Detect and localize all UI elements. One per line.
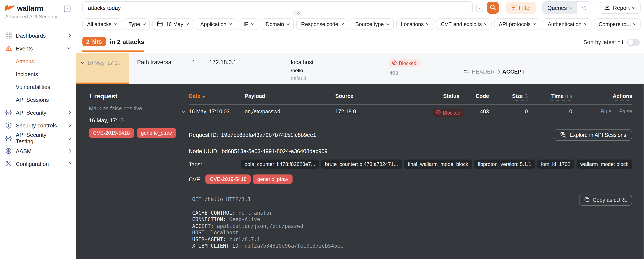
http-header-line: ACCEPT: application/json,/etc/passwd [192, 223, 632, 230]
chevron-down-icon [533, 22, 536, 25]
sidebar: wallarm Advanced API Security Dashboards [0, 0, 76, 263]
filter-chip-response-code[interactable]: Response code [296, 18, 348, 30]
hits-suffix: in 2 attacks [110, 38, 144, 45]
explore-button-label: Explore in API Sessions [570, 132, 626, 138]
chevron-down-icon [186, 22, 189, 25]
attack-source-ip[interactable]: 172.18.0.1 [209, 53, 286, 84]
filter-chip-all-attacks[interactable]: All attacks [82, 18, 121, 30]
attack-application: default [291, 75, 388, 81]
explore-api-sessions-button[interactable]: Explore in API Sessions [554, 129, 632, 141]
chevron-down-icon [634, 22, 636, 25]
header-label: Actions [612, 93, 632, 101]
grid-icon [5, 33, 12, 39]
copy-as-curl-button[interactable]: Copy as cURL [579, 195, 632, 206]
chevron-down-icon [81, 60, 84, 64]
column-header-date[interactable]: Date [189, 84, 245, 105]
filter-chip-cve-exploits[interactable]: CVE and exploits [436, 18, 492, 30]
tag-chip[interactable]: brute_counter: b:478:a732471... [321, 159, 402, 169]
filter-chip-application[interactable]: Application [196, 18, 236, 30]
column-header-size[interactable]: Size B [489, 84, 528, 105]
attack-kind-tag[interactable]: generic_ptrav [137, 128, 176, 138]
header-label: Size [512, 93, 523, 99]
tag-chip[interactable]: bola_counter: i:478:f82823e7... [241, 159, 319, 169]
sidebar-item-api-security[interactable]: API Security [5, 106, 70, 119]
sort-toggle[interactable] [627, 39, 640, 46]
sidebar-item-label: Events [16, 45, 33, 52]
header-value: curl/8.7.1 [229, 236, 260, 242]
attack-row[interactable]: 16 May, 17:10 Path traversal 1 172.18.0.… [76, 53, 644, 84]
tag-chip[interactable]: libproton_version: 5.1.1 [474, 159, 535, 169]
cve-row: CVE: CVE-2019-5418 generic_ptrav [189, 174, 632, 184]
chip-label: Response code [301, 21, 338, 27]
panel-scrollbar[interactable] [643, 84, 644, 259]
header-key: HOST: [192, 230, 208, 236]
false-action-link[interactable]: False [619, 109, 632, 116]
sidebar-item-attacks[interactable]: Attacks [5, 55, 70, 68]
cve-tag[interactable]: CVE-2019-5418 [89, 128, 134, 138]
request-row-date[interactable]: 16 May, 17:10:03 [189, 105, 245, 116]
sidebar-item-aasm[interactable]: AASM [5, 145, 70, 157]
rule-action-link[interactable]: Rule [600, 109, 611, 116]
filter-chip-source-type[interactable]: Source type [350, 18, 394, 30]
chevron-down-icon [584, 22, 587, 25]
sidebar-item-events[interactable]: Events [5, 42, 70, 55]
sidebar-item-incidents[interactable]: Incidents [5, 68, 70, 80]
chip-label: IP [244, 21, 248, 27]
chevron-right-icon [68, 136, 71, 140]
header-parameter-icon [464, 70, 469, 74]
chevron-down-icon [286, 22, 290, 25]
sidebar-item-api-security-testing[interactable]: API Security Testing [5, 132, 70, 145]
request-id-value: 19b7bc8ddfa43a72b7b74151fc8b9ee1 [221, 132, 316, 138]
filter-button[interactable]: Filter [506, 2, 536, 14]
node-uuid-value: bd68513a-5e03-4991-8024-a36408dac909 [222, 148, 328, 154]
mark-false-positive-link[interactable]: Mark as false positive [89, 105, 189, 112]
filter-chip-locations[interactable]: Locations [396, 18, 434, 30]
sidebar-item-label: Configuration [16, 161, 49, 167]
chevron-right-icon [68, 124, 71, 127]
header-label: Status [443, 93, 460, 99]
source-ip-link[interactable]: 172.18.0.1 [335, 109, 360, 115]
tag-chip[interactable]: final_wallarm_mode: block [404, 159, 472, 169]
sidebar-item-vulnerabilities[interactable]: Vulnerabilities [5, 80, 70, 93]
filter-button-label: Filter [519, 5, 531, 11]
favorite-star-button[interactable]: ☆ [577, 2, 591, 14]
cve-chip[interactable]: generic_ptrav [253, 174, 292, 184]
filter-chip-type[interactable]: Type [124, 18, 150, 30]
filter-chip-domain[interactable]: Domain [261, 18, 294, 30]
search-button[interactable] [487, 2, 499, 14]
header-key: CACHE-CONTROL: [192, 210, 235, 216]
search-input[interactable]: attacks today [82, 1, 473, 14]
http-header-line: HOST: localhost [192, 230, 632, 236]
hits-tab[interactable]: 2 hits in 2 attacks [82, 37, 144, 52]
filter-chip-api-protocols[interactable]: API protocols [494, 18, 540, 30]
chip-label: API protocols [499, 21, 530, 27]
header-label: Date [189, 93, 200, 99]
column-header-time[interactable]: Time ms [528, 84, 572, 105]
sidebar-item-api-sessions[interactable]: API Sessions [5, 93, 70, 106]
request-row-source: 172.18.0.1 [335, 105, 432, 116]
attack-date-cell[interactable]: 16 May, 17:10 [76, 53, 129, 84]
sidebar-item-security-controls[interactable]: Security controls [5, 119, 70, 132]
blocked-status-badge: Blocked [388, 59, 420, 67]
search-expander-handle[interactable] [293, 11, 304, 16]
tag-chip[interactable]: lom_id: 1702 [537, 159, 574, 169]
filter-chip-ip[interactable]: IP [239, 18, 258, 30]
attack-target: localhost /hello default [286, 53, 388, 84]
attack-type[interactable]: Path traversal [129, 53, 192, 84]
sidebar-item-dashboards[interactable]: Dashboards [5, 29, 70, 42]
column-header-actions[interactable]: Actions [572, 84, 632, 105]
cve-chip[interactable]: CVE-2019-5418 [206, 174, 251, 184]
filter-chip-authentication[interactable]: Authentication [543, 18, 591, 30]
tag-chip[interactable]: wallarm_mode: block [576, 159, 632, 169]
header-label: Code [476, 93, 489, 99]
queries-button[interactable]: Queries [543, 2, 577, 14]
report-button[interactable]: Report [599, 2, 641, 14]
sidebar-item-configuration[interactable]: Configuration [5, 157, 70, 170]
header-value: localhost [211, 230, 238, 236]
filter-chip-compare-to[interactable]: Compare to... [594, 18, 640, 30]
collapse-sidebar-icon[interactable] [64, 5, 70, 12]
attack-domain[interactable]: localhost [291, 59, 388, 65]
filter-chip-date[interactable]: 16 May [152, 18, 193, 30]
chip-label: Application [200, 21, 226, 27]
header-key: USER-AGENT: [192, 236, 226, 242]
